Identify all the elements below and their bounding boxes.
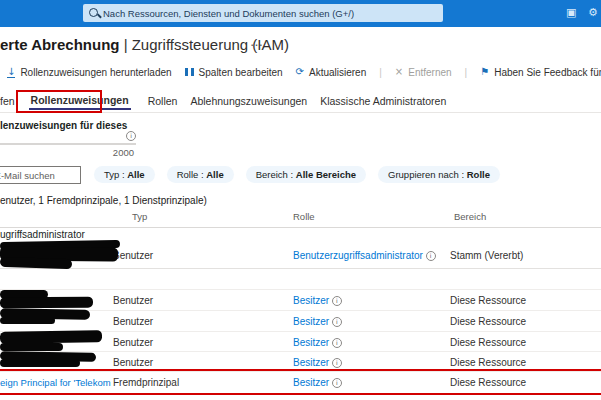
refresh-button[interactable]: ⟳ Aktualisieren	[296, 67, 367, 78]
row-bereich: Diese Ressource	[450, 311, 526, 332]
row-typ: Benutzer	[113, 311, 153, 332]
gear-icon[interactable]: ⚙	[588, 6, 598, 20]
grid-icon[interactable]: ▣	[566, 6, 576, 20]
info-icon[interactable]: i	[332, 296, 342, 306]
assignments-limit-value: 2000	[0, 147, 134, 158]
role-link[interactable]: Benutzerzugriffsadministrator i	[293, 243, 436, 268]
redaction-mark	[0, 343, 63, 351]
assignments-progress-track	[0, 143, 136, 145]
row-typ: Benutzer	[113, 243, 153, 268]
annotation-box-row	[0, 369, 601, 395]
table-row[interactable]: Benutzer Besitzer i Diese Ressource	[0, 311, 601, 332]
tab-roles[interactable]: Rollen	[148, 95, 178, 107]
redaction-mark	[0, 330, 102, 344]
filter-pill-typ[interactable]: Typ : Alle	[94, 166, 155, 183]
portal-top-bar: ▣ ⚙	[0, 0, 601, 27]
edit-columns-button[interactable]: Spalten bearbeiten	[185, 67, 283, 78]
row-bereich: Diese Ressource	[450, 290, 526, 311]
info-icon[interactable]: i	[126, 131, 136, 141]
search-icon	[89, 8, 98, 17]
filter-pills: Typ : Alle Rolle : Alle Bereich : Alle B…	[94, 166, 500, 183]
assignments-count-label: lenzuweisungen für dieses	[0, 120, 127, 131]
annotation-box-tab	[16, 90, 102, 113]
redaction-mark	[0, 297, 93, 309]
remove-button[interactable]: × Entfernen	[395, 67, 452, 78]
column-header-typ[interactable]: Typ	[132, 211, 147, 222]
row-typ: Benutzer	[113, 332, 153, 353]
remove-label: Entfernen	[408, 67, 451, 78]
tab-classic-administrators[interactable]: Klassische Administratoren	[320, 95, 446, 107]
toolbar-divider: |	[379, 67, 382, 78]
items-count-line: enutzer, 1 Fremdprinzipale, 1 Dienstprin…	[0, 195, 207, 206]
row-typ: Benutzer	[113, 290, 153, 311]
global-search-input[interactable]	[83, 4, 443, 22]
download-icon: ↓	[7, 67, 15, 78]
download-label: Rollenzuweisungen herunterladen	[20, 67, 171, 78]
tab-deny-assignments[interactable]: Ablehnungszuweisungen	[190, 95, 307, 107]
role-group-header: ugriffsadministrator	[0, 229, 85, 240]
row-divider	[0, 268, 601, 269]
column-header-bereich[interactable]: Bereich	[454, 211, 486, 222]
filter-pill-group-by[interactable]: Gruppieren nach : Rolle	[378, 166, 500, 183]
more-options-icon[interactable]: …	[250, 34, 263, 49]
name-or-email-search-input[interactable]	[0, 166, 81, 184]
info-icon[interactable]: i	[332, 358, 342, 368]
info-icon[interactable]: i	[426, 251, 436, 261]
refresh-label: Aktualisieren	[309, 67, 366, 78]
info-icon[interactable]: i	[332, 338, 342, 348]
redaction-mark	[0, 317, 55, 324]
page-title: erte Abrechnung | Zugriffssteuerung (IAM…	[0, 36, 601, 56]
feedback-flag-icon: ⚑	[480, 67, 489, 77]
redaction-mark	[0, 359, 80, 367]
azure-portal-window: ▣ ⚙ erte Abrechnung | Zugriffssteuerung …	[0, 0, 601, 400]
edit-columns-label: Spalten bearbeiten	[199, 67, 283, 78]
row-bereich: Diese Ressource	[450, 332, 526, 353]
feedback-label: Haben Sie Feedback für uns?	[494, 67, 601, 78]
filter-pill-bereich[interactable]: Bereich : Alle Bereiche	[246, 166, 366, 183]
row-bereich: Stamm (Vererbt)	[450, 243, 523, 268]
download-role-assignments-button[interactable]: ↓ Rollenzuweisungen herunterladen	[7, 67, 172, 78]
remove-icon: ×	[395, 67, 403, 77]
role-link[interactable]: Besitzer i	[293, 311, 342, 332]
tab-cutoff[interactable]: fen	[0, 95, 15, 107]
feedback-button[interactable]: ⚑ Haben Sie Feedback für uns?	[480, 67, 601, 78]
columns-icon	[185, 68, 194, 76]
blade-name: | Zugriffssteuerung (IAM)	[119, 36, 289, 53]
role-link[interactable]: Besitzer i	[293, 290, 342, 311]
resource-name: erte Abrechnung	[0, 36, 119, 53]
role-link[interactable]: Besitzer i	[293, 332, 342, 353]
filter-pill-rolle[interactable]: Rolle : Alle	[167, 166, 234, 183]
info-icon[interactable]: i	[332, 317, 342, 327]
column-header-rolle[interactable]: Rolle	[293, 211, 315, 222]
command-bar: ↓ Rollenzuweisungen herunterladen Spalte…	[0, 62, 601, 82]
header-divider-line	[0, 227, 601, 228]
refresh-icon: ⟳	[296, 67, 304, 77]
toolbar-divider: |	[465, 67, 468, 78]
